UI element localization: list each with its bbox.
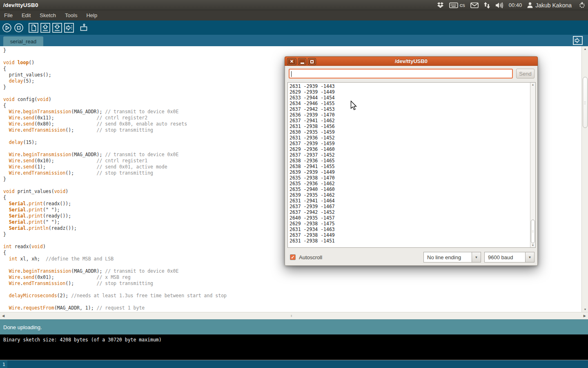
code-line: } <box>3 84 227 90</box>
mail-icon[interactable] <box>470 2 479 8</box>
scroll-left-arrow-icon[interactable]: ◀ <box>2 314 4 318</box>
code-line: { <box>3 103 227 109</box>
serial-monitor-window: ✕ /dev/ttyUSB0 Send 2631 -2939 -1443 262… <box>285 56 538 266</box>
serial-scroll-up-icon[interactable]: ▲ <box>530 83 535 86</box>
serial-output-area[interactable]: 2631 -2939 -1443 2629 -2939 -1449 2633 -… <box>287 82 536 248</box>
toolbar <box>0 20 588 35</box>
system-tray: cs 00:40 <box>437 0 586 10</box>
code-line: Serial.print(" "); <box>3 219 227 225</box>
clock[interactable]: 00:40 <box>509 2 522 8</box>
upload-button[interactable] <box>64 23 74 33</box>
scroll-right-arrow-icon[interactable]: ▶ <box>584 314 586 318</box>
menu-tools[interactable]: Tools <box>65 12 77 18</box>
code-line: Wire.send(1); // send 0x01, active mode <box>3 164 227 170</box>
tab-bar: serial_read <box>0 35 588 46</box>
code-line <box>3 299 227 305</box>
code-line: } <box>3 231 227 238</box>
dropdown-arrow-icon[interactable]: ▼ <box>472 252 481 263</box>
code-line: Wire.endTransmission(); // stop transmit… <box>3 280 227 287</box>
editor-horizontal-scrollbar[interactable]: ◀ ‖ ▶ <box>0 312 588 319</box>
code-line <box>3 146 227 152</box>
tab-serial-read[interactable]: serial_read <box>3 36 43 46</box>
serial-monitor-body: Send 2631 -2939 -1443 2629 -2939 -1449 2… <box>285 66 538 266</box>
desktop: /dev/ttyUSB0 cs <box>0 0 588 368</box>
save-sketch-button[interactable] <box>52 23 62 33</box>
code-line <box>3 287 227 293</box>
status-bar: Done uploading. <box>0 319 588 334</box>
grip-icon: ─── <box>583 101 587 104</box>
menu-sketch[interactable]: Sketch <box>40 12 56 18</box>
code-line: Serial.print(" "); <box>3 207 227 213</box>
open-sketch-button[interactable] <box>40 23 50 33</box>
mouse-cursor <box>350 101 358 113</box>
menu-help[interactable]: Help <box>86 12 97 18</box>
serial-monitor-titlebar[interactable]: ✕ /dev/ttyUSB0 <box>285 56 538 66</box>
serial-monitor-button[interactable] <box>79 23 89 33</box>
session-menu[interactable]: Jakub Kakona <box>527 2 572 9</box>
line-number-indicator: 1 <box>0 360 7 368</box>
text-caret <box>291 71 292 77</box>
code-line: } <box>3 176 227 182</box>
code-line: void print_values(void) <box>3 188 227 195</box>
code-line: Wire.beginTransmission(MAG_ADDR); // tra… <box>3 152 227 158</box>
code-line: Wire.send(0x80); // send 0x80, enable au… <box>3 121 227 127</box>
stop-button[interactable] <box>14 23 24 33</box>
code-line: { <box>3 250 227 256</box>
user-name: Jakub Kakona <box>535 2 572 9</box>
hscroll-grip-icon[interactable]: ‖ <box>291 314 292 318</box>
dropbox-icon[interactable] <box>437 2 444 9</box>
code-line: Wire.endTransmission(); // stop transmit… <box>3 170 227 176</box>
code-line: int xl, xh; //define the MSB and LSB <box>3 256 227 262</box>
serial-input-field[interactable] <box>289 69 513 79</box>
code-line: Serial.println(readz()); <box>3 225 227 231</box>
build-console[interactable]: Binary sketch size: 4208 bytes (of a 307… <box>0 334 588 360</box>
session-gear-icon[interactable] <box>579 2 586 9</box>
keyboard-indicator[interactable]: cs <box>449 2 465 8</box>
code-line: delay(15); <box>3 139 227 146</box>
code-line: Wire.send(0x01); // x MSB reg <box>3 274 227 280</box>
menu-file[interactable]: File <box>4 12 13 18</box>
code-line: Serial.print(ready()); <box>3 213 227 219</box>
line-ending-value[interactable]: No line ending <box>423 252 472 263</box>
serial-monitor-controls: ✓ Autoscroll No line ending ▼ 9600 baud … <box>285 251 538 266</box>
volume-icon[interactable] <box>495 2 503 9</box>
dropdown-arrow-icon[interactable]: ▼ <box>526 252 535 263</box>
grip-icon: ── <box>531 230 535 233</box>
new-sketch-button[interactable] <box>29 23 38 33</box>
baud-rate-value[interactable]: 9600 baud <box>484 252 526 263</box>
scroll-down-arrow-icon[interactable]: ▼ <box>582 308 588 311</box>
code-line: void loop() <box>3 60 227 66</box>
code-line <box>3 90 227 96</box>
code-line <box>3 182 227 188</box>
new-tab-button[interactable] <box>573 36 583 45</box>
autoscroll-checkbox[interactable]: ✓ <box>290 254 296 260</box>
code-line: Wire.endTransmission(); // stop transmit… <box>3 127 227 133</box>
menu-edit[interactable]: Edit <box>22 12 31 18</box>
network-updown-icon[interactable] <box>484 2 490 9</box>
serial-scrollbar[interactable]: ▲ ── ▼ <box>530 83 535 247</box>
code-line: delayMicroseconds(2); //needs at least 1… <box>3 293 227 299</box>
code-line <box>3 54 227 60</box>
serial-scrollbar-thumb[interactable]: ── <box>531 220 535 243</box>
main-window-title: /dev/ttyUSB0 <box>3 2 38 8</box>
console-text: Binary sketch size: 4208 bytes (of a 307… <box>3 337 162 343</box>
code-line: { <box>3 66 227 72</box>
status-message: Done uploading. <box>3 324 42 330</box>
code-line <box>3 133 227 139</box>
code-line: void config(void) <box>3 96 227 103</box>
code-line: print_values(); <box>3 72 227 78</box>
verify-button[interactable] <box>2 23 12 33</box>
user-icon <box>527 2 533 8</box>
serial-output: 2631 -2939 -1443 2629 -2939 -1449 2633 -… <box>290 83 335 244</box>
footer-strip: 1 <box>0 360 588 368</box>
code-line: Wire.send(0x11); // cntrl register2 <box>3 115 227 121</box>
code-line: Wire.requestFrom(MAG_ADDR, 1); // reques… <box>3 305 227 311</box>
editor-vertical-scrollbar[interactable]: ▲ ─── ▼ <box>581 46 588 312</box>
serial-scroll-down-icon[interactable]: ▼ <box>530 244 535 247</box>
autoscroll-label: Autoscroll <box>299 254 322 260</box>
scroll-up-arrow-icon[interactable]: ▲ <box>582 47 588 50</box>
editor-scrollbar-thumb[interactable]: ─── <box>583 77 588 128</box>
send-button[interactable]: Send <box>516 69 535 79</box>
code-line: Wire.beginTransmission(MAG_ADDR); // tra… <box>3 109 227 115</box>
keyboard-layout-label: cs <box>460 2 465 8</box>
